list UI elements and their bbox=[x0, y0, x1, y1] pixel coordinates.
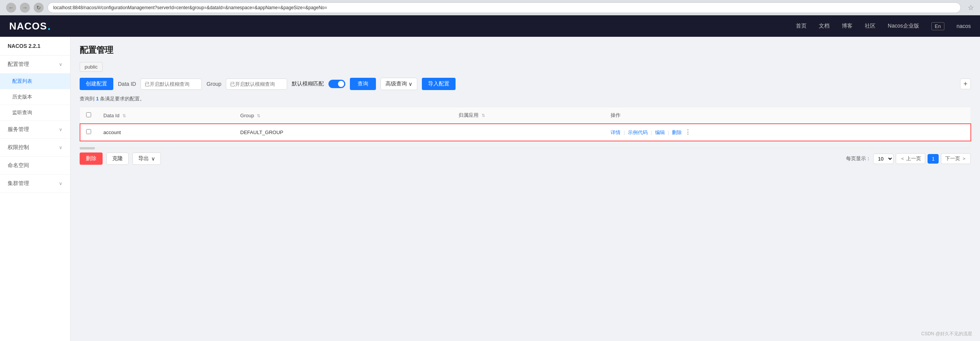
user-menu[interactable]: nacos bbox=[957, 23, 971, 29]
table-row: account DEFAULT_GROUP 详情 | 示例代码 | 编辑 | 删… bbox=[80, 124, 971, 141]
page-size-label: 每页显示： bbox=[846, 155, 871, 162]
action-sample-code[interactable]: 示例代码 bbox=[628, 130, 648, 135]
clone-button[interactable]: 克隆 bbox=[106, 152, 129, 165]
current-page-button[interactable]: 1 bbox=[928, 154, 939, 164]
logo-dot: . bbox=[47, 20, 51, 33]
data-id-input[interactable] bbox=[140, 79, 202, 90]
main-content: 配置管理 public 创建配置 Data ID Group 默认模糊匹配 查询… bbox=[70, 37, 980, 341]
sidebar-label-service-management: 服务管理 bbox=[8, 126, 29, 133]
select-all-checkbox[interactable] bbox=[86, 112, 91, 117]
sidebar-version: NACOS 2.2.1 bbox=[0, 37, 70, 56]
sidebar-item-config-list[interactable]: 配置列表 bbox=[0, 74, 70, 89]
forward-button[interactable]: → bbox=[20, 3, 30, 13]
chevron-right-icon: ∨ bbox=[59, 127, 62, 132]
watermark: CSDN @好久不见的流星 bbox=[921, 331, 972, 337]
chevron-down-icon-advanced: ∨ bbox=[408, 81, 412, 87]
action-more-icon[interactable]: ⋮ bbox=[685, 129, 691, 135]
logo: NACOS . bbox=[9, 20, 51, 33]
row-app bbox=[452, 124, 604, 141]
sidebar-label-config-management: 配置管理 bbox=[8, 61, 29, 68]
sidebar-item-permission-control[interactable]: 权限控制 ∨ bbox=[0, 139, 70, 157]
nav-docs[interactable]: 文档 bbox=[819, 23, 830, 30]
page-size-select[interactable]: 10 20 50 bbox=[873, 154, 893, 164]
table-header-actions: 操作 bbox=[604, 107, 970, 124]
nav-links: 首页 文档 博客 社区 Nacos企业版 En nacos bbox=[796, 22, 971, 30]
row-checkbox[interactable] bbox=[86, 129, 91, 134]
chevron-right-icon-2: ∨ bbox=[59, 145, 62, 150]
chevron-down-icon: ∨ bbox=[59, 62, 62, 67]
sort-icon-group: ⇅ bbox=[257, 113, 260, 118]
back-button[interactable]: ← bbox=[6, 3, 16, 13]
scroll-thumb bbox=[80, 147, 95, 149]
result-count: 查询到 1 条满足要求的配置。 bbox=[80, 95, 971, 102]
group-label: Group bbox=[206, 81, 221, 87]
config-table: Data Id ⇅ Group ⇅ 归属应用 ⇅ 操作 accoun bbox=[80, 107, 971, 141]
sidebar-item-config-management[interactable]: 配置管理 ∨ bbox=[0, 56, 70, 74]
sidebar-item-service-management[interactable]: 服务管理 ∨ bbox=[0, 121, 70, 139]
sidebar-label-cluster-management: 集群管理 bbox=[8, 180, 29, 187]
sort-icon-app: ⇅ bbox=[482, 113, 485, 118]
nav-home[interactable]: 首页 bbox=[796, 23, 807, 30]
horizontal-scrollbar[interactable] bbox=[80, 147, 971, 149]
bottom-toolbar: 删除 克隆 导出 ∨ 每页显示： 10 20 50 ＜ 上一页 1 下一页 ＞ bbox=[80, 152, 971, 165]
row-group: DEFAULT_GROUP bbox=[234, 124, 453, 141]
sidebar-label-namespace: 命名空间 bbox=[8, 162, 29, 169]
sidebar-item-listener-query[interactable]: 监听查询 bbox=[0, 105, 70, 121]
sidebar-item-namespace[interactable]: 命名空间 bbox=[0, 157, 70, 175]
sort-icon-data-id: ⇅ bbox=[122, 113, 126, 118]
page-title: 配置管理 bbox=[80, 44, 971, 56]
data-id-label: Data ID bbox=[118, 81, 136, 87]
advanced-query-label: 高级查询 bbox=[385, 80, 407, 87]
action-sep-3: | bbox=[668, 130, 669, 135]
fuzzy-match-toggle[interactable] bbox=[328, 80, 345, 88]
next-page-button[interactable]: 下一页 ＞ bbox=[941, 153, 971, 164]
refresh-button[interactable]: ↻ bbox=[34, 3, 44, 13]
sidebar: NACOS 2.2.1 配置管理 ∨ 配置列表 历史版本 监听查询 服务管理 ∨… bbox=[0, 37, 70, 341]
app-layout: NACOS 2.2.1 配置管理 ∨ 配置列表 历史版本 监听查询 服务管理 ∨… bbox=[0, 37, 980, 341]
sidebar-item-cluster-management[interactable]: 集群管理 ∨ bbox=[0, 175, 70, 193]
address-bar[interactable]: localhost:8848/nacos/#/configurationMana… bbox=[47, 2, 961, 13]
table-header-data-id[interactable]: Data Id ⇅ bbox=[97, 107, 234, 124]
row-checkbox-cell bbox=[80, 124, 98, 141]
logo-text: NACOS bbox=[9, 20, 47, 32]
lang-switcher[interactable]: En bbox=[931, 22, 944, 30]
result-number: 1 bbox=[96, 96, 99, 102]
batch-delete-button[interactable]: 删除 bbox=[80, 152, 103, 165]
toolbar: 创建配置 Data ID Group 默认模糊匹配 查询 高级查询 ∨ 导入配置… bbox=[80, 78, 971, 90]
fuzzy-match-label: 默认模糊匹配 bbox=[292, 80, 324, 87]
chevron-right-icon-3: ∨ bbox=[59, 181, 62, 186]
nav-blog[interactable]: 博客 bbox=[842, 23, 853, 30]
pagination: 每页显示： 10 20 50 ＜ 上一页 1 下一页 ＞ bbox=[846, 153, 971, 164]
sidebar-item-history-version[interactable]: 历史版本 bbox=[0, 89, 70, 105]
query-button[interactable]: 查询 bbox=[350, 78, 376, 90]
namespace-badge[interactable]: public bbox=[80, 62, 103, 72]
bookmark-icon[interactable]: ☆ bbox=[968, 3, 974, 12]
action-delete[interactable]: 删除 bbox=[672, 130, 682, 135]
table-header-checkbox bbox=[80, 107, 98, 124]
table-header-app[interactable]: 归属应用 ⇅ bbox=[452, 107, 604, 124]
action-sep-2: | bbox=[651, 130, 652, 135]
add-column-button[interactable]: + bbox=[960, 79, 971, 89]
table-header-row: Data Id ⇅ Group ⇅ 归属应用 ⇅ 操作 bbox=[80, 107, 971, 124]
top-navbar: NACOS . 首页 文档 博客 社区 Nacos企业版 En nacos bbox=[0, 15, 980, 37]
action-detail[interactable]: 详情 bbox=[611, 130, 621, 135]
action-edit[interactable]: 编辑 bbox=[655, 130, 665, 135]
action-sep-1: | bbox=[624, 130, 625, 135]
url-text: localhost:8848/nacos/#/configurationMana… bbox=[53, 5, 327, 10]
row-data-id: account bbox=[97, 124, 234, 141]
browser-bar: ← → ↻ localhost:8848/nacos/#/configurati… bbox=[0, 0, 980, 15]
nav-enterprise[interactable]: Nacos企业版 bbox=[888, 23, 919, 30]
export-arrow-icon: ∨ bbox=[151, 156, 155, 162]
import-config-button[interactable]: 导入配置 bbox=[422, 78, 456, 90]
sidebar-label-permission-control: 权限控制 bbox=[8, 144, 29, 151]
export-button[interactable]: 导出 ∨ bbox=[132, 152, 161, 165]
table-header-group[interactable]: Group ⇅ bbox=[234, 107, 453, 124]
group-input[interactable] bbox=[226, 79, 287, 90]
export-label: 导出 bbox=[138, 155, 149, 162]
prev-page-button[interactable]: ＜ 上一页 bbox=[896, 153, 926, 164]
create-config-button[interactable]: 创建配置 bbox=[80, 78, 113, 90]
nav-community[interactable]: 社区 bbox=[865, 23, 875, 30]
row-actions: 详情 | 示例代码 | 编辑 | 删除 ⋮ bbox=[604, 124, 970, 141]
advanced-query-button[interactable]: 高级查询 ∨ bbox=[381, 78, 417, 90]
